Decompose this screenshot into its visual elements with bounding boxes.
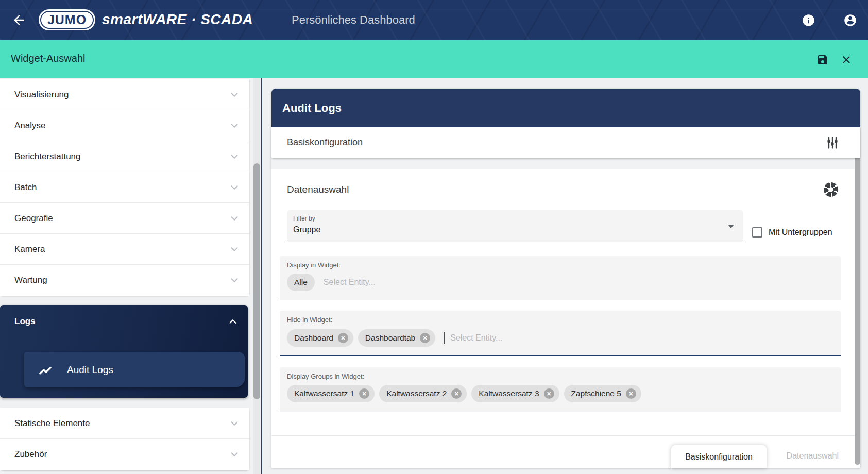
display-in-widget-chips: Alle Select Entity... xyxy=(287,274,376,291)
chip-label: Kaltwassersatz 1 xyxy=(294,389,354,398)
sidebar-item-analyse[interactable]: Analyse xyxy=(0,110,249,141)
sidebar-item-berichterstattung[interactable]: Berichterstattung xyxy=(0,141,249,172)
chevron-down-icon xyxy=(229,213,240,224)
display-in-widget-label: Display in Widget: xyxy=(287,261,341,269)
with-subgroups-option: Mit Untergruppen xyxy=(752,227,832,238)
category-list-card: Visualisierung Analyse Berichterstattung… xyxy=(0,79,249,296)
widget-bar-title: Widget-Auswahl xyxy=(11,53,86,64)
jumo-logo: JUMO xyxy=(39,9,95,30)
sidebar-item-logs[interactable]: Logs xyxy=(0,305,248,338)
chevron-down-icon xyxy=(229,182,240,193)
widget-config-panel: Audit Logs Basiskonfiguration Da xyxy=(271,89,860,468)
data-selection-section: Datenauswahl Filter by Gruppe Mit Unterg… xyxy=(271,169,860,435)
chevron-down-icon xyxy=(229,151,240,162)
chip-label: Zapfschiene 5 xyxy=(571,389,621,398)
chip-dashboardtab[interactable]: Dashboardtab × xyxy=(358,329,435,347)
widget-category-sidebar: Visualisierung Analyse Berichterstattung… xyxy=(0,78,262,474)
select-entity-placeholder: Select Entity... xyxy=(324,278,376,287)
chip-kaltwassersatz-3[interactable]: Kaltwassersatz 3 × xyxy=(471,385,559,402)
sidebar-item-zubehoer[interactable]: Zubehör xyxy=(0,439,249,470)
chevron-down-icon xyxy=(229,89,240,100)
chip-kaltwassersatz-2[interactable]: Kaltwassersatz 2 × xyxy=(379,385,467,402)
brand-title: smartWARE · SCADA xyxy=(102,11,253,28)
back-arrow-icon[interactable] xyxy=(11,12,27,28)
chevron-down-icon xyxy=(229,120,240,131)
main-scrollbar-thumb[interactable] xyxy=(855,128,860,465)
aperture-icon xyxy=(824,182,838,197)
chip-remove-icon[interactable]: × xyxy=(451,388,462,399)
chip-kaltwassersatz-1[interactable]: Kaltwassersatz 1 × xyxy=(287,385,375,402)
sidebar-item-label: Kamera xyxy=(14,244,45,255)
sidebar-item-audit-logs[interactable]: Audit Logs xyxy=(24,352,245,387)
line-chart-icon xyxy=(38,362,54,378)
chip-remove-icon[interactable]: × xyxy=(359,388,369,399)
sidebar-item-label: Visualisierung xyxy=(14,90,69,100)
basic-config-label: Basiskonfiguration xyxy=(287,137,363,148)
hide-in-widget-label: Hide in Widget: xyxy=(287,316,332,324)
sidebar-item-label: Berichterstattung xyxy=(14,151,81,162)
sidebar-item-label: Zubehör xyxy=(14,449,47,460)
chip-label: Kaltwassersatz 3 xyxy=(479,389,539,398)
with-subgroups-checkbox[interactable] xyxy=(752,227,762,238)
section-separator xyxy=(271,158,860,169)
sidebar-item-geografie[interactable]: Geografie xyxy=(0,203,249,234)
display-groups-label: Display Groups in Widget: xyxy=(287,373,364,380)
sidebar-item-wartung[interactable]: Wartung xyxy=(0,265,249,296)
hide-in-widget-chips: Dashboard × Dashboardtab × Select Entity… xyxy=(287,329,502,347)
hide-in-widget-field[interactable]: Hide in Widget: Dashboard × Dashboardtab… xyxy=(280,311,841,356)
app-bar: JUMO smartWARE · SCADA Persönliches Dash… xyxy=(0,0,868,40)
basic-config-row[interactable]: Basiskonfiguration xyxy=(271,127,860,158)
chip-remove-icon[interactable]: × xyxy=(338,333,348,343)
sidebar-item-label: Statische Elemente xyxy=(14,418,90,429)
display-groups-chips: Kaltwassersatz 1 × Kaltwassersatz 2 × Ka… xyxy=(287,385,641,402)
chip-alle[interactable]: Alle xyxy=(287,274,315,291)
filter-by-select[interactable]: Filter by Gruppe xyxy=(287,210,743,242)
sidebar-scrollbar-thumb[interactable] xyxy=(253,163,260,399)
filter-by-label: Filter by xyxy=(293,215,315,222)
close-icon[interactable] xyxy=(840,54,853,66)
sidebar-item-label: Geografie xyxy=(14,213,53,224)
chip-remove-icon[interactable]: × xyxy=(544,388,554,399)
jumo-logo-text: JUMO xyxy=(47,12,87,27)
with-subgroups-label: Mit Untergruppen xyxy=(769,228,832,237)
widget-config-header: Audit Logs xyxy=(271,89,860,127)
chevron-down-icon xyxy=(229,418,240,429)
datenauswahl-tab-button[interactable]: Datenauswahl xyxy=(787,451,839,461)
save-icon[interactable] xyxy=(816,54,829,66)
sidebar-item-batch[interactable]: Batch xyxy=(0,172,249,203)
display-in-widget-field[interactable]: Display in Widget: Alle Select Entity... xyxy=(280,256,841,300)
main-area: Audit Logs Basiskonfiguration Da xyxy=(262,78,868,474)
chevron-up-icon xyxy=(227,316,239,327)
panel-footer: Basiskonfiguration Datenauswahl xyxy=(271,435,860,468)
chip-label: Dashboardtab xyxy=(365,333,415,343)
chip-remove-icon[interactable]: × xyxy=(626,388,636,399)
chip-label: Kaltwassersatz 2 xyxy=(386,389,447,398)
select-entity-placeholder: Select Entity... xyxy=(450,333,502,343)
sidebar-item-label: Wartung xyxy=(14,275,47,285)
chip-remove-icon[interactable]: × xyxy=(420,333,430,343)
chip-label: Dashboard xyxy=(294,333,333,343)
dropdown-arrow-icon xyxy=(728,225,734,228)
sidebar-group-logs: Logs Audit Logs xyxy=(0,305,248,398)
basiskonfiguration-tab-button[interactable]: Basiskonfiguration xyxy=(671,445,767,468)
chevron-down-icon xyxy=(229,449,240,460)
tune-sliders-icon xyxy=(825,136,840,150)
sidebar-item-label: Batch xyxy=(14,182,37,193)
display-groups-field[interactable]: Display Groups in Widget: Kaltwassersatz… xyxy=(280,367,841,412)
sidebar-item-label: Audit Logs xyxy=(67,364,113,376)
chip-dashboard[interactable]: Dashboard × xyxy=(287,329,353,347)
chip-label: Alle xyxy=(294,278,308,287)
sidebar-item-statische-elemente[interactable]: Statische Elemente xyxy=(0,408,249,439)
widget-title: Audit Logs xyxy=(282,101,342,115)
text-cursor xyxy=(444,332,445,344)
filter-by-value: Gruppe xyxy=(293,225,320,234)
sidebar-item-kamera[interactable]: Kamera xyxy=(0,234,249,265)
account-icon[interactable] xyxy=(843,13,857,27)
chevron-down-icon xyxy=(229,244,240,255)
sidebar-item-visualisierung[interactable]: Visualisierung xyxy=(0,79,249,110)
chevron-down-icon xyxy=(229,275,240,286)
info-icon[interactable] xyxy=(802,13,815,27)
chip-zapfschiene-5[interactable]: Zapfschiene 5 × xyxy=(564,385,641,402)
category-list-card-bottom: Statische Elemente Zubehör xyxy=(0,408,249,470)
data-selection-title: Datenauswahl xyxy=(287,184,349,195)
